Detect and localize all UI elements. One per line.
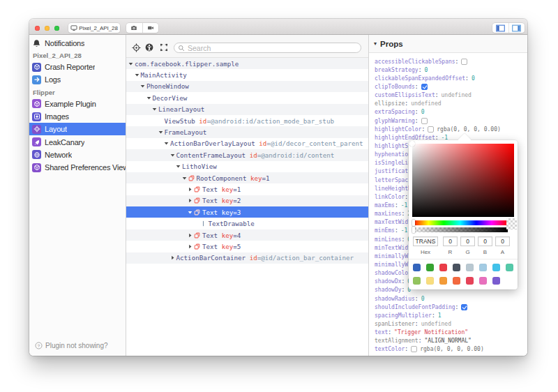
tree-node-contentframelayout[interactable]: ContentFrameLayout id=@android:id/conten…: [126, 149, 368, 160]
chevron-down-icon[interactable]: [170, 153, 176, 158]
color-field-a[interactable]: 0: [495, 236, 510, 246]
saturation-cursor[interactable]: [409, 141, 415, 146]
color-field-g[interactable]: 0: [460, 236, 475, 246]
tree-node-decorview[interactable]: DecorView: [126, 92, 368, 103]
color-field-b[interactable]: 0: [478, 236, 492, 246]
sidebar-item-images[interactable]: Images: [29, 110, 126, 123]
prop-value[interactable]: -1: [401, 227, 408, 234]
prop-value[interactable]: 0: [424, 67, 428, 73]
alpha-slider[interactable]: [412, 227, 508, 232]
tree-node-actionbaroverlaylayout[interactable]: ActionBarOverlayLayout id=@id/decor_cont…: [126, 138, 368, 149]
tree-node-phonewindow[interactable]: PhoneWindow: [126, 81, 368, 92]
tree-node-viewstub[interactable]: ViewStub id=@android:id/action_mode_bar_…: [126, 115, 368, 126]
tree-node-text[interactable]: Text key=5: [126, 241, 368, 252]
tree-node-text[interactable]: Text key=2: [126, 195, 368, 206]
preset-swatch[interactable]: [413, 277, 421, 285]
chevron-down-icon[interactable]: [164, 141, 170, 146]
checkbox-unchecked[interactable]: [461, 59, 467, 65]
tree-node-text[interactable]: Text key=3: [126, 206, 368, 218]
checkbox-unchecked[interactable]: [421, 118, 428, 124]
preset-swatch[interactable]: [453, 277, 460, 285]
sidebar-item-crash-reporter[interactable]: Crash Reporter: [29, 61, 126, 73]
chevron-down-icon[interactable]: [182, 176, 188, 181]
chevron-right-icon[interactable]: [188, 198, 194, 203]
preset-swatch[interactable]: [453, 264, 460, 271]
props-section-header[interactable]: ▾ Props: [369, 35, 527, 53]
chevron-down-icon[interactable]: [140, 84, 146, 89]
chevron-right-icon[interactable]: [188, 187, 194, 192]
chevron-right-icon[interactable]: [188, 233, 194, 238]
hue-slider[interactable]: [412, 220, 508, 225]
chevron-down-icon[interactable]: [176, 164, 182, 169]
checkbox-checked[interactable]: [421, 84, 428, 90]
plugin-help-link[interactable]: ? Plugin not showing?: [35, 342, 108, 349]
tree-node-linearlayout[interactable]: LinearLayout: [126, 104, 368, 115]
tree-node-com.facebook.flipper.sample[interactable]: com.facebook.flipper.sample: [126, 58, 368, 69]
titlebar[interactable]: Pixel_2_API_28: [29, 19, 527, 35]
alpha-thumb[interactable]: [412, 227, 415, 233]
chevron-right-icon[interactable]: [188, 244, 194, 249]
preset-swatch[interactable]: [413, 264, 421, 271]
sidebar-item-layout[interactable]: Layout: [29, 123, 126, 135]
tree-node-actionbarcontainer[interactable]: ActionBarContainer id=@id/action_bar_con…: [126, 252, 368, 264]
chevron-down-icon[interactable]: [188, 210, 194, 215]
tree-node-text[interactable]: Text key=1: [126, 183, 368, 195]
screen-record-button[interactable]: [142, 23, 159, 33]
prop-value[interactable]: 0: [421, 296, 425, 302]
prop-row-textAlignment: textAlignment:"ALIGN_NORMAL": [369, 337, 527, 345]
chevron-down-icon[interactable]: [146, 96, 153, 100]
capture-button-group: [126, 23, 158, 33]
sidebar-item-shared-preferences-viewer[interactable]: Shared Preferences Viewer: [29, 161, 126, 174]
toggle-right-panel-button[interactable]: [508, 23, 525, 33]
preset-swatch[interactable]: [439, 264, 447, 271]
expand-tree-icon[interactable]: [160, 43, 168, 52]
preset-swatch[interactable]: [506, 264, 513, 271]
search-input[interactable]: Search: [174, 43, 361, 53]
tree-node-framelayout[interactable]: FrameLayout: [126, 126, 368, 137]
chevron-right-icon[interactable]: [170, 255, 176, 260]
device-selector-button[interactable]: Pixel_2_API_28: [68, 23, 120, 33]
prop-value[interactable]: 0: [421, 109, 425, 115]
prop-value[interactable]: "Trigger Notification": [394, 329, 468, 336]
sidebar-item-example-plugin[interactable]: Example Plugin: [29, 98, 126, 110]
sidebar-item-network[interactable]: Network: [29, 149, 126, 161]
preset-swatch[interactable]: [479, 264, 487, 271]
tree-node-text[interactable]: Text key=4: [126, 229, 368, 241]
sidebar-item-leakcanary[interactable]: LeakCanary: [29, 135, 126, 148]
preset-swatch[interactable]: [426, 277, 434, 285]
hue-thumb[interactable]: [412, 220, 415, 226]
preset-swatch[interactable]: [492, 264, 500, 271]
tree-node-lithoview[interactable]: LithoView: [126, 161, 368, 172]
color-field-r[interactable]: 0: [443, 236, 458, 246]
tree-node-textdrawable[interactable]: TextDrawable: [126, 218, 368, 229]
prop-value[interactable]: 0: [472, 75, 475, 82]
chevron-down-icon[interactable]: [135, 73, 141, 77]
chevron-down-icon[interactable]: [152, 107, 158, 112]
sidebar-item-logs[interactable]: Logs: [29, 73, 126, 86]
maximize-window-button[interactable]: [54, 26, 59, 31]
screenshot-button[interactable]: [126, 23, 142, 33]
checkbox-checked[interactable]: [461, 304, 467, 310]
tree-node-rootcomponent[interactable]: RootComponent key=1: [126, 172, 368, 183]
tree-node-mainactivity[interactable]: MainActivity: [126, 69, 368, 80]
preset-swatch[interactable]: [426, 264, 434, 271]
chevron-down-icon[interactable]: [128, 61, 135, 66]
preset-swatch[interactable]: [439, 277, 447, 285]
target-mode-icon[interactable]: [132, 43, 141, 52]
accessibility-mode-icon[interactable]: [145, 43, 153, 52]
preset-swatch[interactable]: [466, 277, 474, 285]
checkbox-unchecked[interactable]: [411, 346, 417, 352]
prop-value[interactable]: 1: [438, 312, 442, 319]
checkbox-unchecked[interactable]: [428, 126, 434, 133]
preset-swatch[interactable]: [492, 277, 500, 285]
sidebar-item-notifications[interactable]: Notifications: [29, 37, 126, 50]
preset-swatch[interactable]: [466, 264, 474, 271]
chevron-down-icon[interactable]: [158, 130, 165, 135]
minimize-window-button[interactable]: [45, 26, 50, 31]
color-field-hex[interactable]: TRANS: [413, 236, 438, 246]
close-window-button[interactable]: [35, 26, 40, 31]
preset-swatch[interactable]: [479, 277, 487, 285]
saturation-area[interactable]: [412, 144, 514, 217]
prop-value[interactable]: -1: [401, 202, 408, 209]
toggle-left-panel-button[interactable]: [492, 23, 508, 33]
